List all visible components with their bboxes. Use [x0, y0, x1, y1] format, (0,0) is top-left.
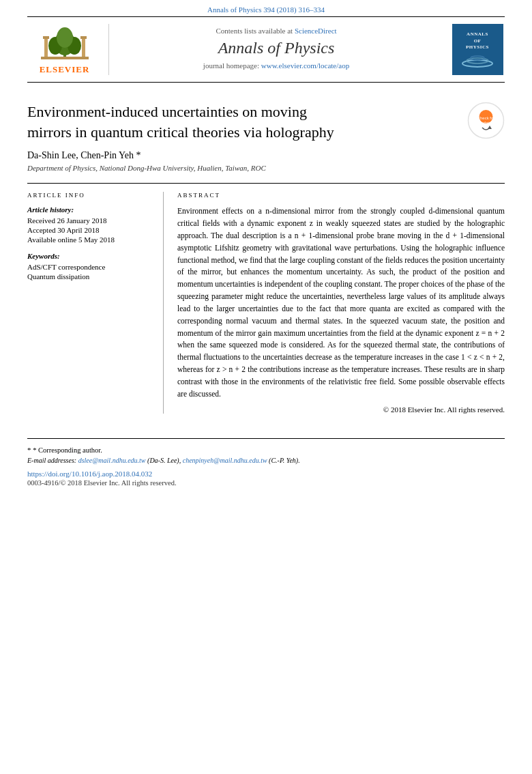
keyword-1: AdS/CFT correspondence	[27, 263, 153, 271]
svg-rect-5	[44, 38, 48, 58]
keyword-2: Quantum dissipation	[27, 272, 153, 281]
elsevier-logo: ELSEVIER	[27, 24, 109, 75]
annals-wave-icon	[459, 54, 497, 68]
annals-logo-text: ANNALSOFPHYSICS	[466, 31, 489, 51]
doi-line: https://doi.org/10.1016/j.aop.2018.04.03…	[27, 470, 505, 478]
svg-point-4	[57, 27, 73, 48]
history-label: Article history:	[27, 205, 153, 214]
email-2-link[interactable]: chenpinyeh@mail.ndhu.edu.tw	[183, 457, 267, 464]
svg-rect-6	[43, 36, 49, 39]
accepted-date: Accepted 30 April 2018	[27, 226, 153, 234]
svg-text:updates: updates	[479, 121, 493, 125]
abstract-section: ABSTRACT Environment effects on a n-dime…	[177, 192, 505, 414]
two-col-section: ARTICLE INFO Article history: Received 2…	[27, 183, 505, 414]
abstract-text: Environment effects on a n-dimensional m…	[177, 205, 505, 400]
svg-rect-8	[80, 36, 87, 39]
journal-title: Annals of Physics	[123, 39, 430, 57]
doi-link[interactable]: https://doi.org/10.1016/j.aop.2018.04.03…	[27, 470, 152, 478]
svg-rect-7	[82, 38, 85, 58]
svg-rect-9	[41, 57, 89, 59]
svg-text:Check for: Check for	[477, 116, 495, 120]
homepage-line: journal homepage: www.elsevier.com/locat…	[123, 61, 430, 70]
article-title: Environment-induced uncertainties on mov…	[27, 102, 355, 142]
journal-header: ELSEVIER Contents lists available at Sci…	[27, 17, 505, 83]
article-info: ARTICLE INFO Article history: Received 2…	[27, 192, 164, 414]
email-1-link[interactable]: dslee@mail.ndhu.edu.tw	[78, 457, 146, 464]
article-info-heading: ARTICLE INFO	[27, 192, 153, 199]
main-content: Check for updates Environment-induced un…	[0, 83, 532, 427]
homepage-url[interactable]: www.elsevier.com/locate/aop	[261, 61, 349, 70]
corresponding-author: * * Corresponding author.	[27, 446, 505, 454]
copyright-line: © 2018 Elsevier Inc. All rights reserved…	[177, 405, 505, 414]
bottom-divider	[27, 438, 505, 439]
elsevier-tree-icon	[38, 24, 92, 61]
keywords-label: Keywords:	[27, 252, 153, 260]
elsevier-brand-text: ELSEVIER	[40, 64, 90, 75]
footnote-section: * * Corresponding author. E-mail address…	[0, 446, 532, 487]
affiliation: Department of Physics, National Dong-Hwa…	[27, 164, 505, 172]
annals-logo: ANNALSOFPHYSICS	[443, 24, 505, 75]
available-online-date: Available online 5 May 2018	[27, 235, 153, 244]
email-line: E-mail addresses: dslee@mail.ndhu.edu.tw…	[27, 457, 505, 464]
authors: Da-Shin Lee, Chen-Pin Yeh *	[27, 150, 505, 161]
svg-marker-17	[488, 126, 492, 129]
journal-header-center: Contents lists available at ScienceDirec…	[109, 24, 443, 75]
sciencedirect-line: Contents lists available at ScienceDirec…	[123, 27, 430, 35]
received-date: Received 26 January 2018	[27, 216, 153, 225]
journal-reference: Annals of Physics 394 (2018) 316–334	[0, 0, 532, 16]
sciencedirect-link[interactable]: ScienceDirect	[295, 27, 337, 35]
annals-logo-box: ANNALSOFPHYSICS	[452, 24, 503, 75]
check-for-updates-icon[interactable]: Check for updates	[467, 102, 505, 139]
abstract-heading: ABSTRACT	[177, 192, 505, 199]
issn-line: 0003-4916/© 2018 Elsevier Inc. All right…	[27, 479, 505, 487]
